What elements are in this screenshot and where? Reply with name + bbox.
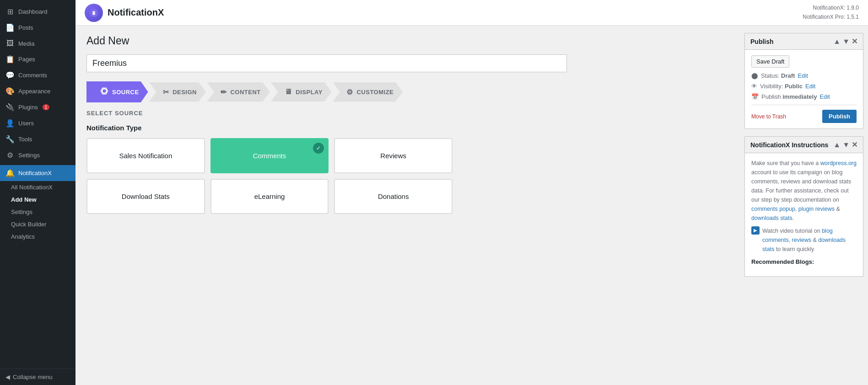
sidebar-item-plugins[interactable]: 🔌 Plugins 1 (0, 99, 75, 115)
plugin-reviews-link[interactable]: plugin reviews (798, 206, 835, 212)
card-elearning[interactable]: eLearning (210, 179, 329, 214)
publish-button[interactable]: Publish (822, 110, 857, 123)
title-input[interactable] (86, 54, 567, 72)
instructions-text-1: Make sure that you have a wordpress.org … (751, 159, 857, 223)
publish-time-label: Publish immediately (761, 93, 817, 100)
publish-actions: Move to Trash Publish (751, 105, 857, 123)
customize-step-icon: ⚙ (346, 88, 353, 96)
display-step-icon: 🖥 (285, 88, 292, 96)
step-nav: SOURCE ✂ DESIGN ✏ CONTENT 🖥 DISPLAY ⚙ CU… (86, 81, 567, 102)
visibility-row: 👁 Visibility: Public Edit (751, 83, 857, 90)
card-download-stats[interactable]: Download Stats (86, 179, 205, 214)
step-content[interactable]: ✏ CONTENT (207, 82, 270, 102)
status-edit-link[interactable]: Edit (798, 72, 808, 79)
publish-time-row: 📅 Publish immediately Edit (751, 93, 857, 100)
notificationx-icon: 🔔 (5, 169, 15, 177)
instr-collapse-up-icon[interactable]: ▲ (833, 141, 841, 149)
sidebar-item-settings[interactable]: ⚙ Settings (0, 147, 75, 163)
sidebar-subitem-quick-builder[interactable]: Quick Builder (0, 218, 75, 230)
publish-widget: Publish ▲ ▼ ✕ Save Draft ⬤ Status: Draft… (744, 33, 863, 129)
plugins-icon: 🔌 (5, 103, 15, 112)
source-step-icon (100, 87, 108, 97)
notification-type-label: Notification Type (86, 124, 729, 132)
reviews-link[interactable]: reviews (792, 237, 811, 243)
version-info: NotificationX: 1.9.0 NotificationX Pro: … (803, 4, 859, 21)
collapse-menu-button[interactable]: ◀ Collapse menu (0, 369, 75, 385)
brand-logo (85, 4, 103, 22)
sidebar-item-pages[interactable]: 📋 Pages (0, 51, 75, 67)
design-step-icon: ✂ (163, 88, 169, 96)
right-sidebar: Publish ▲ ▼ ✕ Save Draft ⬤ Status: Draft… (740, 26, 868, 385)
main-area: NotificationX NotificationX: 1.9.0 Notif… (75, 0, 868, 385)
sidebar-subitem-analytics[interactable]: Analytics (0, 230, 75, 243)
brand: NotificationX (85, 4, 164, 22)
tools-icon: 🔧 (5, 135, 15, 144)
instructions-widget-body: Make sure that you have a wordpress.org … (745, 153, 863, 276)
video-tutorial-text: Watch video tutorial on blog comments, r… (762, 226, 857, 254)
posts-icon: 📄 (5, 23, 15, 32)
sidebar-item-dashboard[interactable]: ⊞ Dashboard (0, 4, 75, 20)
status-row: ⬤ Status: Draft Edit (751, 72, 857, 79)
sidebar-item-users[interactable]: 👤 Users (0, 115, 75, 131)
video-tutorial-row: ▶ Watch video tutorial on blog comments,… (751, 226, 857, 254)
calendar-icon: 📅 (751, 93, 759, 100)
sidebar-item-tools[interactable]: 🔧 Tools (0, 131, 75, 147)
collapse-up-icon[interactable]: ▲ (833, 37, 841, 46)
section-label: SELECT SOURCE (86, 110, 729, 117)
downloads-stats-link[interactable]: downloads stats (751, 215, 793, 221)
plugins-badge: 1 (43, 104, 50, 110)
selected-check-badge: ✓ (313, 143, 324, 154)
sidebar-subitem-settings[interactable]: Settings (0, 206, 75, 218)
visibility-edit-link[interactable]: Edit (805, 83, 815, 90)
users-icon: 👤 (5, 119, 15, 128)
move-to-trash-link[interactable]: Move to Trash (751, 113, 786, 120)
publish-widget-controls: ▲ ▼ ✕ (833, 37, 857, 46)
main-panel: Add New SOURCE ✂ DESIGN (75, 26, 740, 385)
card-sales-notification[interactable]: Sales Notification (86, 138, 205, 173)
settings-icon: ⚙ (5, 151, 15, 160)
video-icon: ▶ (751, 226, 760, 235)
page-title: Add New (86, 35, 729, 47)
sidebar-subitem-all[interactable]: All NotificationX (0, 181, 75, 193)
collapse-down-icon[interactable]: ▼ (842, 37, 850, 46)
sidebar-subitem-add-new[interactable]: Add New (0, 193, 75, 206)
visibility-label: Visibility: Public (760, 83, 803, 90)
status-label: Status: Draft (761, 72, 795, 79)
publish-time-edit-link[interactable]: Edit (819, 93, 830, 100)
sidebar-item-appearance[interactable]: 🎨 Appearance (0, 83, 75, 99)
step-design[interactable]: ✂ DESIGN (149, 82, 206, 102)
comments-icon: 💬 (5, 71, 15, 80)
appearance-icon: 🎨 (5, 87, 15, 96)
instructions-widget-controls: ▲ ▼ ✕ (833, 140, 857, 149)
publish-widget-header: Publish ▲ ▼ ✕ (745, 33, 863, 50)
svg-point-4 (101, 87, 108, 95)
select-source-section: SELECT SOURCE Notification Type Sales No… (86, 110, 729, 214)
svg-point-1 (92, 12, 95, 15)
step-customize[interactable]: ⚙ CUSTOMIZE (333, 82, 403, 102)
sidebar-item-media[interactable]: 🖼 Media (0, 36, 75, 51)
content-step-icon: ✏ (221, 88, 227, 96)
sidebar-item-comments[interactable]: 💬 Comments (0, 67, 75, 83)
status-icon: ⬤ (751, 72, 758, 79)
instr-close-widget-icon[interactable]: ✕ (852, 140, 857, 149)
comments-popup-link[interactable]: comments popup (751, 206, 795, 212)
card-donations[interactable]: Donations (334, 179, 453, 214)
dashboard-icon: ⊞ (5, 7, 15, 16)
visibility-icon: 👁 (751, 83, 757, 90)
step-display[interactable]: 🖥 DISPLAY (271, 82, 332, 102)
content-area: Add New SOURCE ✂ DESIGN (75, 26, 868, 385)
sidebar-item-posts[interactable]: 📄 Posts (0, 20, 75, 36)
step-source[interactable]: SOURCE (86, 81, 148, 102)
recommended-blogs-label: Recommended Blogs: (751, 257, 857, 267)
wordpress-org-link[interactable]: wordpress.org (820, 160, 857, 166)
save-draft-button[interactable]: Save Draft (751, 55, 789, 68)
card-comments[interactable]: ✓ Comments (210, 138, 329, 173)
card-reviews[interactable]: Reviews (334, 138, 453, 173)
media-icon: 🖼 (5, 39, 15, 48)
instructions-widget: NotificationX Instructions ▲ ▼ ✕ Make su… (744, 136, 863, 277)
instr-collapse-down-icon[interactable]: ▼ (842, 141, 850, 149)
publish-widget-body: Save Draft ⬤ Status: Draft Edit 👁 Visibi… (745, 50, 863, 128)
close-widget-icon[interactable]: ✕ (852, 37, 857, 46)
notification-type-grid: Sales Notification ✓ Comments Reviews Do… (86, 138, 453, 214)
sidebar-item-notificationx[interactable]: 🔔 NotificationX (0, 165, 75, 181)
